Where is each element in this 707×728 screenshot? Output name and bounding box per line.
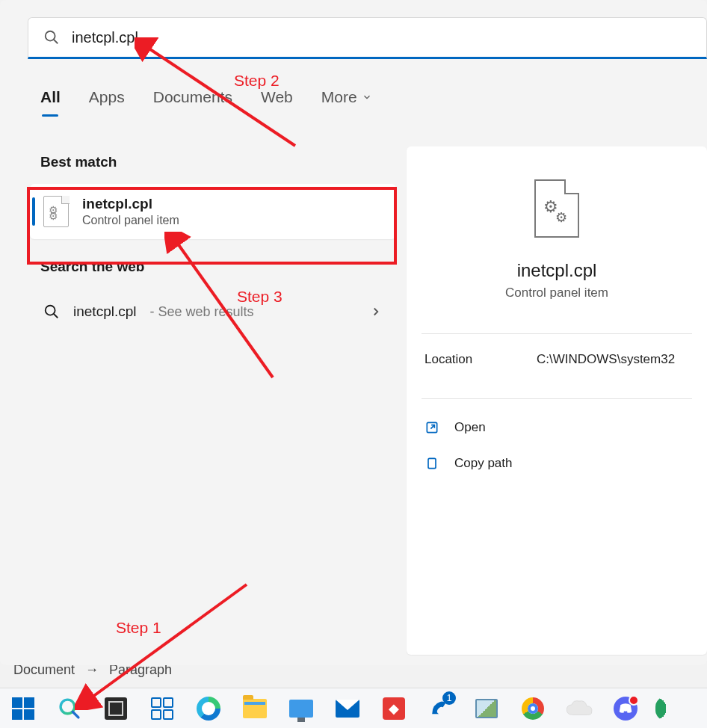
control-panel-file-icon: ⚙⚙	[43, 196, 69, 227]
edge-icon	[197, 697, 220, 721]
location-label: Location	[424, 352, 537, 367]
search-tabs: All Apps Documents Web More	[40, 88, 372, 114]
tab-web[interactable]: Web	[261, 88, 293, 114]
tab-more-label: More	[321, 88, 357, 106]
windows-logo-icon	[12, 697, 34, 720]
web-result-suffix: - See web results	[150, 304, 254, 320]
svg-point-2	[46, 306, 55, 315]
cloud-icon	[564, 698, 594, 719]
widgets-button[interactable]	[145, 691, 179, 726]
chevron-right-icon	[369, 305, 383, 318]
chrome-icon	[522, 697, 544, 720]
copy-icon	[424, 456, 439, 471]
file-explorer-button[interactable]	[238, 691, 272, 726]
tab-apps[interactable]: Apps	[89, 88, 125, 114]
svg-line-10	[72, 712, 78, 718]
edge-button[interactable]	[191, 691, 226, 726]
partial-app-button[interactable]	[655, 691, 667, 726]
cloud-app-button[interactable]	[562, 691, 596, 726]
result-preview-pane: ⚙⚙ inetcpl.cpl Control panel item Locati…	[407, 146, 707, 655]
open-external-icon	[424, 420, 439, 435]
open-action[interactable]: Open	[407, 410, 707, 445]
monitor-icon	[289, 700, 313, 718]
tab-all[interactable]: All	[40, 88, 61, 114]
photos-button[interactable]	[469, 691, 504, 726]
chrome-button[interactable]	[516, 691, 550, 726]
section-best-match: Best match	[30, 149, 396, 184]
your-phone-button[interactable]: 1	[423, 691, 457, 726]
preview-header: ⚙⚙ inetcpl.cpl Control panel item	[407, 146, 707, 320]
mail-icon	[336, 700, 359, 718]
svg-line-1	[54, 40, 58, 44]
discord-button[interactable]	[608, 691, 643, 726]
chevron-down-icon	[362, 92, 372, 102]
task-view-button[interactable]	[99, 691, 133, 726]
search-icon	[43, 303, 60, 320]
svg-line-3	[54, 314, 58, 318]
notification-badge: 1	[442, 691, 456, 705]
best-match-result[interactable]: ⚙⚙ inetcpl.cpl Control panel item	[30, 184, 396, 239]
image-icon	[475, 699, 498, 718]
section-search-web: Search the web	[30, 254, 396, 289]
best-match-subtitle: Control panel item	[82, 214, 179, 227]
widgets-icon	[151, 697, 173, 720]
taskbar: ◆ 1	[0, 688, 707, 728]
search-icon	[43, 29, 60, 46]
todo-icon: ◆	[383, 697, 405, 720]
folder-icon	[243, 699, 267, 718]
open-label: Open	[454, 420, 486, 435]
taskbar-search-button[interactable]	[52, 691, 87, 726]
web-result-query: inetcpl.cpl	[73, 303, 137, 320]
best-match-title: inetcpl.cpl	[82, 196, 179, 212]
preview-title: inetcpl.cpl	[407, 260, 707, 281]
display-app-button[interactable]	[284, 691, 318, 726]
svg-rect-5	[428, 458, 436, 468]
mail-button[interactable]	[330, 691, 365, 726]
windows-search-panel: All Apps Documents Web More Best match ⚙…	[0, 0, 707, 665]
todo-app-button[interactable]: ◆	[377, 691, 411, 726]
results-left-column: Best match ⚙⚙ inetcpl.cpl Control panel …	[30, 149, 396, 330]
tab-documents[interactable]: Documents	[153, 88, 232, 114]
search-input[interactable]	[72, 29, 691, 46]
task-view-icon	[105, 697, 127, 720]
best-match-text: inetcpl.cpl Control panel item	[82, 196, 179, 227]
location-value: C:\WINDOWS\system32	[537, 352, 689, 367]
start-button[interactable]	[6, 691, 40, 726]
preview-subtitle: Control panel item	[407, 286, 707, 300]
copy-path-label: Copy path	[454, 456, 513, 471]
control-panel-file-icon: ⚙⚙	[534, 179, 579, 238]
search-icon	[57, 696, 82, 721]
copy-path-action[interactable]: Copy path	[407, 445, 707, 481]
discord-icon	[614, 697, 637, 721]
web-search-result[interactable]: inetcpl.cpl - See web results	[30, 293, 396, 330]
partial-app-icon	[655, 697, 666, 721]
svg-point-0	[46, 31, 55, 41]
search-box[interactable]	[28, 17, 707, 59]
location-row: Location C:\WINDOWS\system32	[407, 334, 707, 385]
notification-dot	[629, 695, 639, 706]
tab-more[interactable]: More	[321, 88, 372, 114]
